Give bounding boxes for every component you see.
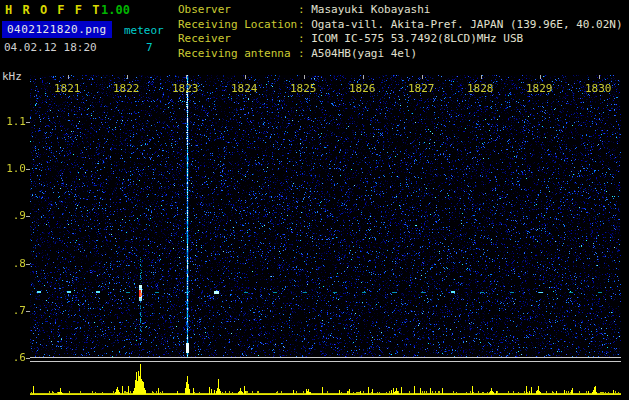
- separator-line-bottom: [30, 361, 621, 362]
- station-info: Observer: Masayuki KobayashiReceiving Lo…: [178, 3, 623, 61]
- amplitude-strip-canvas: [30, 363, 621, 396]
- info-label: Receiving Location: [178, 18, 298, 33]
- freq-tick-label: .6: [4, 351, 26, 364]
- app-title: H R O F F T: [5, 3, 101, 17]
- info-colon: :: [298, 18, 311, 31]
- info-row: Receiving antenna: A504HB(yagi 4el): [178, 47, 623, 62]
- info-colon: :: [298, 3, 311, 16]
- info-label: Receiver: [178, 32, 298, 47]
- freq-tick-label: .8: [4, 257, 26, 270]
- hrofft-output-image: H R O F F T 1.00 0402121820.png meteor 0…: [0, 0, 629, 400]
- info-value: ICOM IC-575 53.7492(8LCD)MHz USB: [311, 32, 523, 45]
- info-label: Observer: [178, 3, 298, 18]
- datetime-text: 04.02.12 18:20: [4, 41, 97, 54]
- info-row: Observer: Masayuki Kobayashi: [178, 3, 623, 18]
- info-value: Masayuki Kobayashi: [311, 3, 430, 16]
- meteor-count-label: meteor: [124, 24, 164, 37]
- freq-tick-mark: [26, 358, 30, 359]
- filename-badge: 0402121820.png: [2, 21, 112, 38]
- spectrogram-canvas: [30, 75, 621, 357]
- info-label: Receiving antenna: [178, 47, 298, 62]
- separator-line-top: [30, 357, 621, 358]
- khz-axis-label: kHz: [2, 70, 22, 83]
- info-colon: :: [298, 47, 311, 60]
- freq-tick-label: 1.1: [4, 115, 26, 128]
- info-value: Ogata-vill. Akita-Pref. JAPAN (139.96E, …: [311, 18, 622, 31]
- freq-tick-label: 1.0: [4, 162, 26, 175]
- info-row: Receiving Location: Ogata-vill. Akita-Pr…: [178, 18, 623, 33]
- info-colon: :: [298, 32, 311, 45]
- info-row: Receiver: ICOM IC-575 53.7492(8LCD)MHz U…: [178, 32, 623, 47]
- info-value: A504HB(yagi 4el): [311, 47, 417, 60]
- app-version: 1.00: [101, 3, 130, 17]
- freq-tick-label: .7: [4, 304, 26, 317]
- meteor-count-value: 7: [146, 41, 153, 54]
- freq-tick-label: .9: [4, 209, 26, 222]
